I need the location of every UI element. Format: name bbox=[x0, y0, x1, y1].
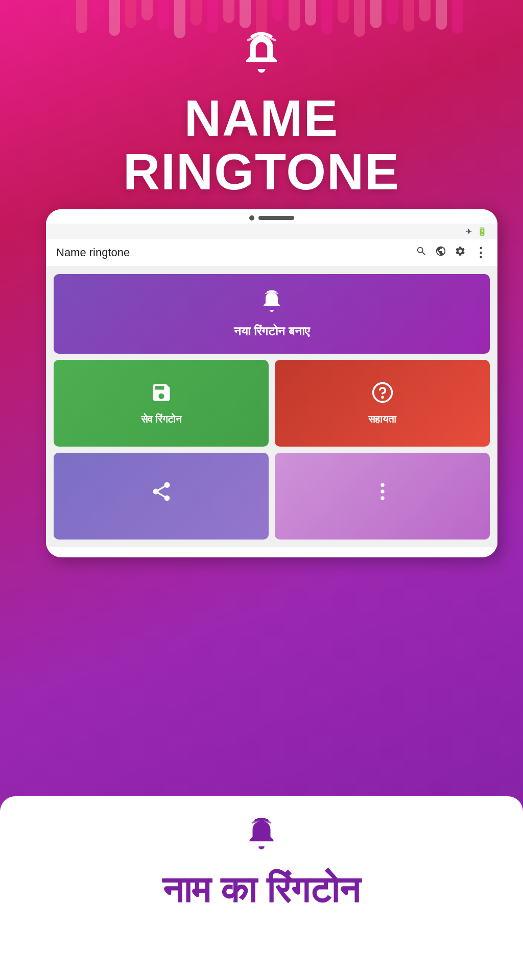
help-label: सहायता bbox=[368, 413, 396, 425]
bottom-bell-icon bbox=[244, 817, 279, 860]
deco-bar bbox=[92, 0, 104, 23]
deco-bar bbox=[191, 0, 202, 26]
search-icon[interactable] bbox=[416, 246, 427, 260]
content-area: नया रिंगटोन बनाए सेव रिंगटोन bbox=[46, 266, 497, 547]
deco-bar bbox=[125, 0, 136, 28]
share-icon bbox=[150, 480, 173, 507]
header-bell-icon bbox=[239, 31, 284, 86]
new-ringtone-button[interactable]: नया रिंगटोन बनाए bbox=[54, 274, 490, 354]
deco-bar bbox=[60, 0, 71, 26]
deco-bar bbox=[370, 0, 382, 28]
deco-bar bbox=[387, 0, 398, 24]
deco-bar bbox=[223, 0, 234, 23]
deco-bar bbox=[207, 0, 218, 33]
svg-point-4 bbox=[381, 496, 384, 500]
more-options-icon bbox=[371, 480, 394, 507]
help-button[interactable]: सहायता bbox=[275, 360, 490, 447]
phone-dot bbox=[249, 215, 254, 220]
help-icon bbox=[371, 381, 394, 408]
save-ringtone-label: सेव रिंगटोन bbox=[141, 413, 182, 425]
grid-buttons: सेव रिंगटोन सहायता bbox=[54, 360, 490, 540]
phone-status-bar: ✈ 🔋 bbox=[46, 224, 497, 239]
more-menu-icon[interactable]: ⋮ bbox=[474, 246, 487, 259]
deco-bar bbox=[403, 0, 414, 32]
phone-speaker bbox=[258, 216, 294, 220]
app-title: NAME RINGTONE bbox=[123, 91, 400, 199]
deco-bar bbox=[338, 0, 349, 23]
svg-point-2 bbox=[381, 483, 384, 486]
airplane-icon: ✈ bbox=[465, 227, 472, 236]
deco-bar bbox=[272, 0, 283, 20]
save-ringtone-button[interactable]: सेव रिंगटोन bbox=[54, 360, 269, 447]
deco-bar bbox=[305, 0, 316, 26]
save-icon bbox=[150, 381, 173, 408]
deco-bar bbox=[240, 0, 251, 28]
deco-bar bbox=[141, 0, 153, 20]
deco-bar bbox=[76, 0, 87, 33]
deco-bar bbox=[158, 0, 169, 31]
bottom-card: नाम का रिंगटोन bbox=[0, 796, 523, 980]
deco-bar bbox=[419, 0, 431, 21]
deco-bar bbox=[321, 0, 332, 35]
share-button[interactable] bbox=[54, 453, 269, 540]
more-options-button[interactable] bbox=[275, 453, 490, 540]
deco-bar bbox=[452, 0, 463, 34]
phone-mockup: ✈ 🔋 Name ringtone ⋮ bbox=[46, 209, 497, 557]
bottom-hindi-text: नाम का रिंगटोन bbox=[162, 870, 360, 910]
globe-icon[interactable] bbox=[435, 246, 446, 260]
settings-icon[interactable] bbox=[455, 246, 466, 260]
toolbar-icons: ⋮ bbox=[416, 246, 487, 260]
battery-icon: 🔋 bbox=[477, 227, 487, 236]
svg-point-1 bbox=[382, 397, 383, 398]
phone-top-bar bbox=[46, 209, 497, 224]
deco-bar bbox=[436, 0, 447, 30]
new-ringtone-label: नया रिंगटोन बनाए bbox=[234, 324, 309, 338]
phone-notch bbox=[249, 215, 294, 220]
app-toolbar-title: Name ringtone bbox=[56, 246, 130, 259]
header-section: NAME RINGTONE bbox=[0, 31, 523, 199]
svg-point-3 bbox=[381, 489, 384, 493]
deco-bar bbox=[289, 0, 300, 31]
new-ringtone-bell-icon bbox=[259, 289, 284, 319]
app-toolbar: Name ringtone ⋮ bbox=[46, 239, 497, 266]
